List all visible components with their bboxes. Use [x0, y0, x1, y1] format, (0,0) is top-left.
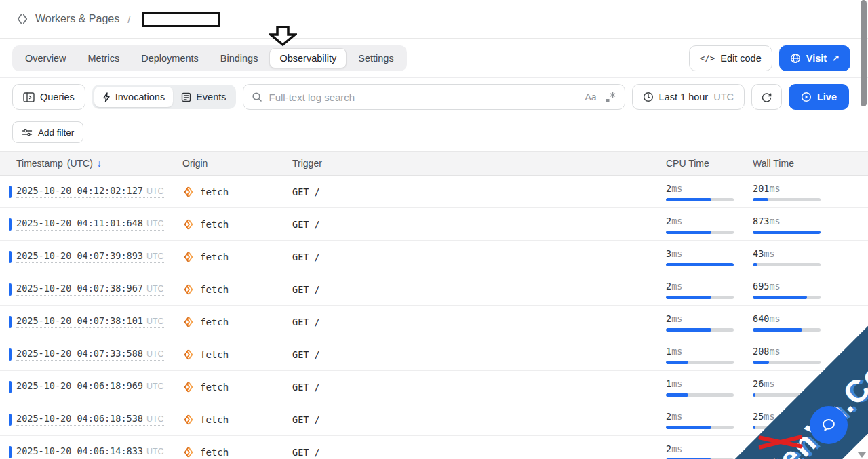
tab-bindings[interactable]: Bindings [210, 48, 269, 68]
vertical-scrollbar-thumb[interactable] [861, 0, 867, 106]
row-indicator-bar [9, 316, 12, 328]
trigger-value: GET / [292, 414, 320, 425]
cpu-time-bar-fill [666, 393, 688, 397]
timestamp-value[interactable]: 2025-10-20 04:06:14:833UTC [16, 445, 164, 458]
clock-icon [643, 92, 654, 102]
timestamp-cell: 2025-10-20 04:07:39:893UTC [0, 250, 182, 263]
wall-time-bar-fill [753, 231, 821, 234]
filter-icon [22, 128, 33, 137]
visit-button[interactable]: Visit ↗ [779, 45, 850, 71]
origin-value: fetch [200, 382, 229, 393]
lightning-icon [102, 92, 111, 102]
tab-deployments[interactable]: Deployments [131, 48, 209, 68]
play-circle-icon [801, 92, 812, 102]
timestamp-value[interactable]: 2025-10-20 04:11:01:648UTC [16, 218, 164, 231]
fetch-worker-icon [182, 414, 195, 426]
table-row[interactable]: 2025-10-20 04:11:01:648UTC fetch GET / 2… [0, 208, 868, 241]
scrollbar-down-arrow[interactable] [858, 452, 866, 458]
origin-cell: fetch [182, 283, 292, 296]
table-row[interactable]: 2025-10-20 04:07:33:588UTC fetch GET / 1… [0, 338, 868, 371]
timestamp-value[interactable]: 2025-10-20 04:07:33:588UTC [16, 348, 164, 361]
time-range-button[interactable]: Last 1 hour UTC [632, 84, 745, 110]
utc-suffix: UTC [146, 382, 164, 391]
edit-code-button[interactable]: </> Edit code [689, 45, 772, 71]
sort-desc-icon[interactable]: ↓ [97, 158, 102, 169]
time-range-label: Last 1 hour [659, 92, 709, 102]
origin-cell: fetch [182, 251, 292, 263]
wall-time-cell: 873ms [753, 215, 868, 234]
trigger-value: GET / [292, 186, 320, 197]
cpu-time-bar-fill [666, 361, 688, 364]
edit-code-label: Edit code [720, 53, 761, 64]
live-label: Live [817, 92, 837, 102]
breadcrumb: Workers & Pages / [0, 0, 868, 39]
tab-invocations[interactable]: Invocations [94, 87, 173, 107]
column-header-timestamp[interactable]: Timestamp (UTC) ↓ [0, 158, 182, 169]
tab-overview[interactable]: Overview [15, 48, 76, 68]
wall-time-bar-track [753, 328, 821, 332]
utc-suffix: UTC [146, 284, 164, 294]
wall-time-cell: 695ms [753, 280, 868, 299]
timestamp-value[interactable]: 2025-10-20 04:06:18:538UTC [16, 413, 164, 426]
column-header-trigger: Trigger [292, 158, 666, 169]
table-header-row: Timestamp (UTC) ↓ Origin Trigger CPU Tim… [0, 151, 868, 176]
origin-value: fetch [200, 219, 229, 230]
events-label: Events [196, 92, 226, 102]
table-row[interactable]: 2025-10-20 04:12:02:127UTC fetch GET / 2… [0, 176, 868, 208]
wall-time-bar-fill [753, 426, 755, 429]
globe-icon [790, 53, 801, 64]
tab-metrics[interactable]: Metrics [77, 48, 130, 68]
tab-settings[interactable]: Settings [348, 48, 403, 68]
table-body: 2025-10-20 04:12:02:127UTC fetch GET / 2… [0, 176, 868, 459]
cpu-time-value: 1ms [666, 378, 682, 389]
cpu-time-cell: 2ms [666, 313, 753, 332]
timestamp-cell: 2025-10-20 04:06:18:969UTC [0, 380, 182, 393]
queries-button[interactable]: Queries [12, 84, 85, 110]
wall-time-value: 695ms [753, 281, 781, 292]
cpu-time-bar-fill [666, 263, 734, 266]
origin-value: fetch [200, 349, 229, 360]
timestamp-value[interactable]: 2025-10-20 04:07:38:101UTC [16, 315, 164, 328]
add-filter-button[interactable]: Add filter [12, 121, 83, 143]
match-case-toggle[interactable]: Aa [585, 92, 596, 102]
breadcrumb-app-title[interactable]: Workers & Pages [35, 13, 119, 25]
cpu-time-cell: 3ms [666, 247, 753, 266]
trigger-cell: GET / [292, 446, 666, 458]
invocations-label: Invocations [115, 92, 165, 102]
wall-time-bar-fill [753, 198, 768, 201]
queries-panel-icon [23, 92, 35, 102]
timestamp-cell: 2025-10-20 04:11:01:648UTC [0, 218, 182, 231]
trigger-value: GET / [292, 317, 320, 327]
filter-row: Add filter [0, 121, 868, 143]
timestamp-value[interactable]: 2025-10-20 04:07:38:967UTC [16, 283, 164, 296]
timestamp-value[interactable]: 2025-10-20 04:07:39:893UTC [16, 250, 164, 263]
wall-time-bar-track [753, 198, 821, 201]
timestamp-cell: 2025-10-20 04:12:02:127UTC [0, 185, 182, 198]
wall-time-bar-track [753, 361, 821, 364]
table-row[interactable]: 2025-10-20 04:07:39:893UTC fetch GET / 3… [0, 241, 868, 273]
table-row[interactable]: 2025-10-20 04:07:38:967UTC fetch GET / 2… [0, 273, 868, 306]
origin-value: fetch [200, 284, 229, 295]
timestamp-value[interactable]: 2025-10-20 04:06:18:969UTC [16, 380, 164, 393]
tab-observability[interactable]: Observability [269, 48, 347, 68]
live-button[interactable]: Live [789, 84, 849, 110]
origin-value: fetch [200, 252, 229, 262]
timestamp-value[interactable]: 2025-10-20 04:12:02:127UTC [16, 185, 164, 198]
tab-events[interactable]: Events [173, 87, 234, 107]
origin-value: fetch [200, 186, 229, 197]
column-header-cpu-time: CPU Time [666, 158, 753, 169]
table-row[interactable]: 2025-10-20 04:06:18:538UTC fetch GET / 2… [0, 403, 868, 436]
utc-suffix: UTC [146, 349, 164, 359]
regex-toggle-icon[interactable] [605, 92, 616, 103]
visit-label: Visit [806, 53, 827, 64]
refresh-button[interactable] [751, 84, 782, 110]
cpu-time-bar-track [666, 393, 734, 397]
fetch-worker-icon [182, 381, 195, 393]
table-row[interactable]: 2025-10-20 04:06:18:969UTC fetch GET / 1… [0, 371, 868, 403]
wall-time-value: 208ms [753, 346, 781, 357]
search-input[interactable] [269, 92, 578, 103]
cpu-time-bar-track [666, 361, 734, 364]
table-row[interactable]: 2025-10-20 04:07:38:101UTC fetch GET / 2… [0, 306, 868, 338]
chat-support-button[interactable] [810, 406, 848, 444]
wall-time-value: 201ms [753, 183, 781, 194]
